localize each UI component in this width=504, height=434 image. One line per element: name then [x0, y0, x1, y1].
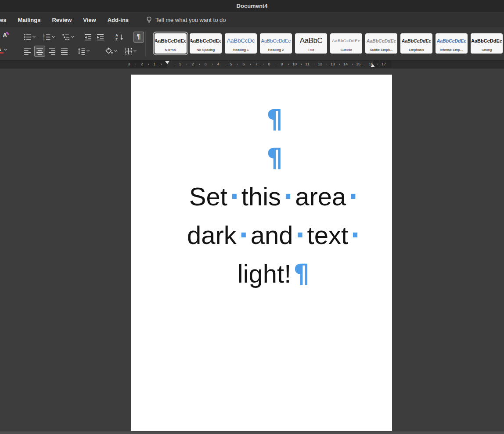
style-preview: AaBbCcDdEe: [191, 33, 221, 48]
tell-me-label: Tell me what you want to do: [155, 17, 226, 23]
paragraph[interactable]: light!¶: [162, 255, 388, 293]
ruler-number: 2: [191, 61, 194, 68]
ruler-number: 13: [331, 61, 335, 68]
page[interactable]: ¶¶Set·this·area·dark·and·text·light!¶: [131, 75, 392, 434]
line-spacing-button[interactable]: [76, 46, 92, 57]
justify-button[interactable]: [59, 46, 70, 57]
title-bar: Document4: [0, 0, 504, 12]
show-formatting-marks-button[interactable]: ¶: [133, 32, 144, 43]
ruler-number: 4: [217, 61, 219, 68]
style-heading-2[interactable]: AaBbCcDdEeHeading 2: [260, 33, 292, 54]
style-preview: AaBbCcDdEe: [472, 33, 502, 48]
ruler-tick: [238, 64, 238, 65]
style-name: Subtle Emph...: [370, 48, 392, 52]
style-preview: AaBbCcDdEe: [332, 33, 360, 48]
ruler-tick: [225, 64, 225, 65]
numbered-list-icon: 1.2.3.: [43, 33, 50, 41]
style-title[interactable]: AaBbCTitle: [295, 33, 327, 54]
align-center-button[interactable]: [34, 46, 45, 57]
tell-me-box[interactable]: Tell me what you want to do: [146, 16, 226, 23]
style-preview: AaBbC: [300, 33, 322, 48]
ruler-tick: [276, 64, 276, 65]
paragraph[interactable]: ¶: [162, 139, 388, 177]
style-emphasis[interactable]: AaBbCcDdEeEmphasis: [400, 33, 432, 54]
ruler-number: 2: [140, 61, 143, 68]
ruler-tick: [301, 64, 302, 65]
ruler-tick: [136, 64, 136, 65]
multilevel-list-button[interactable]: [61, 32, 76, 43]
page-content[interactable]: ¶¶Set·this·area·dark·and·text·light!¶: [131, 75, 392, 293]
shading-button[interactable]: [103, 46, 119, 57]
style-name: Normal: [165, 48, 176, 52]
word-window: Document4 es MailingsReviewViewAdd-ins T…: [0, 0, 504, 434]
font-color-letter: A: [0, 46, 4, 54]
numbering-button[interactable]: 1.2.3.: [41, 32, 57, 43]
style-strong[interactable]: AaBbCcDdEeStrong: [471, 33, 503, 54]
ruler-tick: [199, 64, 200, 65]
tab-review[interactable]: Review: [52, 17, 72, 23]
formatting-mark: ·: [230, 182, 239, 212]
style-subtitle[interactable]: AaBbCcDdEeSubtitle: [330, 33, 362, 54]
ruler-tick: [174, 64, 174, 65]
ruler-number: 14: [343, 61, 348, 68]
dropdown-caret-icon: [32, 36, 36, 38]
sort-button[interactable]: A Z: [114, 32, 126, 43]
paragraph[interactable]: ¶: [162, 100, 388, 139]
ruler-tick: [365, 64, 365, 65]
ruler-number: 15: [356, 61, 360, 68]
ruler-tick: [187, 64, 187, 65]
text-effects-button[interactable]: A✎: [3, 32, 11, 39]
ruler-number: 5: [230, 61, 232, 68]
style-no-spacing[interactable]: AaBbCcDdEeNo Spacing: [190, 33, 222, 54]
ruler-tick: [327, 64, 327, 65]
ruler-tick: [161, 64, 162, 65]
tab-mailings[interactable]: Mailings: [18, 17, 40, 23]
style-intense-emp[interactable]: AaBbCcDdEeIntense Emp...: [436, 33, 468, 54]
text-run: and: [251, 221, 293, 249]
document-area: ¶¶Set·this·area·dark·and·text·light!¶: [0, 69, 504, 434]
style-subtle-emph[interactable]: AaBbCcDdEeSubtle Emph...: [365, 33, 397, 54]
align-right-icon: [48, 47, 56, 55]
paragraph[interactable]: dark·and·text·: [162, 216, 388, 255]
dropdown-caret-icon: [4, 48, 7, 51]
tab-view[interactable]: View: [83, 17, 96, 23]
ruler-tick: [288, 64, 289, 65]
style-normal[interactable]: AaBbCcDdEeNormal: [155, 33, 187, 54]
ruler-tick: [148, 64, 149, 65]
text-run: light!: [238, 259, 292, 288]
ruler-number: 11: [305, 61, 309, 68]
tab-add-ins[interactable]: Add-ins: [108, 17, 129, 23]
ruler-number: 3: [204, 61, 206, 68]
style-heading-1[interactable]: AaBbCcDcHeading 1: [225, 33, 257, 54]
text-run: dark: [187, 221, 237, 249]
ruler-tick: [378, 64, 378, 65]
formatting-mark: ·: [295, 220, 305, 250]
first-line-indent-marker[interactable]: [165, 61, 169, 64]
style-name: Heading 1: [233, 48, 248, 52]
align-left-button[interactable]: [22, 46, 33, 57]
paragraph[interactable]: Set·this·area·: [162, 177, 388, 216]
group-divider: [145, 31, 146, 57]
ruler-number: 3: [128, 61, 130, 68]
borders-button[interactable]: [123, 46, 139, 57]
style-name: Emphasis: [409, 48, 424, 52]
decrease-indent-icon: [84, 33, 92, 41]
style-preview: AaBbCcDdEe: [261, 33, 291, 48]
ruler: 3211234567891011121314151617: [0, 61, 504, 68]
style-preview: AaBbCcDdEe: [402, 33, 432, 48]
decrease-indent-button[interactable]: [83, 32, 94, 43]
align-right-button[interactable]: [47, 46, 58, 57]
styles-gallery: AaBbCcDdEeNormalAaBbCcDdEeNo SpacingAaBb…: [155, 33, 503, 54]
svg-text:A: A: [115, 33, 118, 37]
text-run: this: [241, 182, 281, 211]
bullets-button[interactable]: [22, 32, 38, 43]
paragraph-group-row1: 1.2.3.: [22, 31, 144, 43]
borders-icon: [125, 47, 132, 55]
ruler-tick: [250, 64, 251, 65]
text-run: Set: [189, 182, 227, 211]
formatting-mark: ¶: [266, 143, 283, 173]
increase-indent-button[interactable]: [95, 32, 106, 43]
bullet-list-icon: [24, 33, 31, 41]
tab-references-partial[interactable]: es: [0, 17, 6, 23]
font-color-button[interactable]: A: [0, 46, 7, 54]
